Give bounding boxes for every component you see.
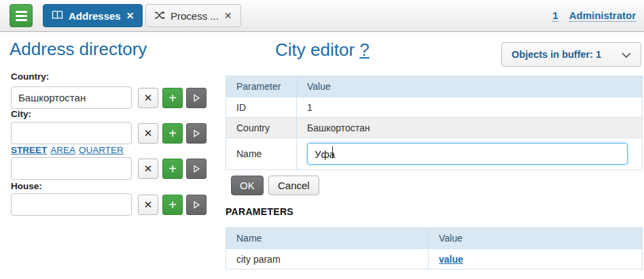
table-header-row: Name Value [226,228,643,249]
open-book-icon [52,10,63,22]
help-link[interactable]: ? [359,39,369,60]
street-input[interactable] [11,157,132,180]
column-header: Parameter [226,76,297,97]
objects-in-buffer-dropdown[interactable]: Objects in buffer: 1 [501,42,641,67]
name-input[interactable] [307,143,628,165]
column-header: Value [297,76,643,97]
cancel-button[interactable]: Cancel [268,176,319,195]
menu-button[interactable] [10,4,33,27]
parameters-table: Name Value city param value [226,227,643,269]
tab-label: Addresses [69,10,121,22]
city-label: City: [11,109,31,119]
buffer-label: Objects in buffer: 1 [512,49,601,60]
close-icon[interactable]: ✕ [224,10,232,21]
param-cell: ID [226,97,297,118]
house-input[interactable] [11,193,132,216]
play-icon [192,165,200,173]
address-app: Addresses ✕ Process ... ✕ 1 Administrato… [0,0,644,279]
parameters-title: PARAMETERS [226,206,293,217]
top-bar: Addresses ✕ Process ... ✕ 1 Administrato… [0,0,644,32]
param-name-cell: city param [226,249,429,269]
area-link[interactable]: AREA [50,145,75,155]
param-cell: Name [226,138,297,170]
value-cell: Башкортостан [297,118,643,138]
tab-process[interactable]: Process ... ✕ [145,4,241,27]
city-input[interactable] [11,122,132,144]
param-cell: Country [226,118,297,138]
country-run-button[interactable] [186,88,207,108]
city-clear-button[interactable]: ✕ [138,123,158,144]
street-type-links: STREETAREAQUARTER [11,145,127,155]
play-icon [192,94,200,102]
country-clear-button[interactable]: ✕ [138,88,158,108]
param-value-link[interactable]: value [439,254,463,265]
play-icon [192,201,200,209]
page-title: Address directory [10,39,147,60]
user-name-link[interactable]: Administrator [569,10,636,22]
play-icon [192,129,200,137]
city-add-button[interactable]: + [162,123,183,144]
quarter-link[interactable]: QUARTER [79,145,124,155]
text-caret [332,146,333,159]
country-label: Country: [11,71,49,82]
table-row: ID 1 [226,97,643,118]
table-row: Name [226,138,643,170]
house-add-button[interactable]: + [162,195,183,215]
editor-title: City editor ? [275,39,370,61]
param-value-cell: value [429,249,643,269]
table-header-row: Parameter Value [226,76,643,97]
column-header: Value [429,228,643,249]
hamburger-icon [16,11,27,13]
chevron-down-icon [622,48,631,61]
ok-button[interactable]: OK [231,176,264,195]
tab-addresses[interactable]: Addresses ✕ [43,4,143,27]
value-cell: 1 [297,97,643,118]
street-add-button[interactable]: + [162,159,183,179]
street-link[interactable]: STREET [11,145,47,155]
user-count-link[interactable]: 1 [552,10,558,22]
value-cell [297,138,643,170]
close-icon[interactable]: ✕ [126,10,135,21]
shuffle-icon [154,10,165,22]
table-row: Country Башкортостан [226,118,643,138]
street-run-button[interactable] [186,159,207,179]
city-editor-table: Parameter Value ID 1 Country Башкортоста… [226,76,643,170]
country-input[interactable] [11,86,132,109]
city-run-button[interactable] [186,123,207,144]
tab-label: Process ... [171,10,219,22]
house-clear-button[interactable]: ✕ [138,195,158,215]
table-row: city param value [226,249,643,269]
house-label: House: [11,181,42,191]
country-add-button[interactable]: + [162,88,183,108]
house-run-button[interactable] [186,195,207,215]
user-box: 1 Administrator [552,0,636,31]
column-header: Name [226,228,429,249]
street-clear-button[interactable]: ✕ [138,159,158,179]
